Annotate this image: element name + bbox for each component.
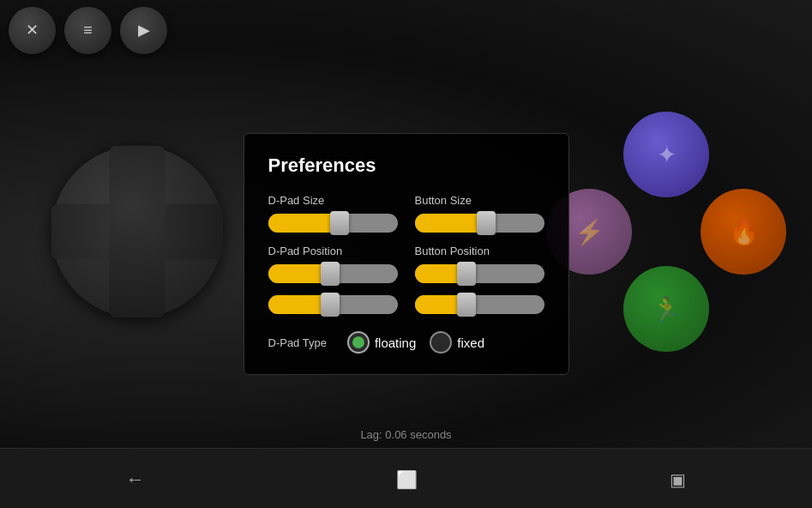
button-size-label: Button Size [415, 194, 544, 207]
radio-fixed-outer[interactable] [430, 331, 452, 354]
button-pos-x-slider[interactable] [415, 264, 544, 283]
radio-floating-outer[interactable] [347, 331, 370, 354]
radio-floating[interactable]: floating [347, 331, 416, 354]
btn-pos-y-slider-container [415, 295, 544, 314]
dpad-size-label: D-Pad Size [268, 194, 398, 207]
back-icon: ← [126, 469, 145, 490]
dpad-type-label: D-Pad Type [268, 336, 327, 349]
prefs-grid: D-Pad Size Button Size [268, 194, 544, 326]
dpad-size-slider[interactable] [268, 214, 398, 233]
button-size-slider-container [415, 214, 544, 233]
bottom-nav-bar: ← ⬜ ▣ [0, 448, 812, 508]
radio-fixed-inner [435, 336, 447, 348]
button-size-slider[interactable] [415, 214, 544, 233]
recent-icon: ▣ [670, 470, 686, 489]
btn-pos-x-slider-container [415, 264, 544, 283]
dpad-size-section: D-Pad Size [268, 194, 398, 245]
btn-pos-x-thumb[interactable] [457, 262, 476, 286]
dpad-position-label: D-Pad Position [268, 245, 398, 257]
dpad-size-slider-container [268, 214, 398, 233]
nav-recent-button[interactable]: ▣ [644, 458, 712, 499]
button-pos-y-slider[interactable] [415, 295, 544, 314]
button-position-section: Button Position [415, 245, 544, 326]
dpad-pos-y-slider[interactable] [268, 295, 398, 314]
dpad-pos-x-slider[interactable] [268, 264, 398, 283]
dpad-type-row: D-Pad Type floating fixed [268, 331, 544, 354]
btn-pos-y-thumb[interactable] [457, 293, 476, 317]
lag-text: Lag: 0.06 seconds [360, 428, 451, 441]
dialog-title: Preferences [268, 154, 544, 177]
dpad-size-thumb[interactable] [330, 211, 349, 235]
nav-back-button[interactable]: ← [100, 458, 171, 499]
radio-floating-label: floating [375, 336, 416, 350]
dpad-pos-x-thumb[interactable] [321, 262, 340, 286]
button-size-section: Button Size [415, 194, 544, 245]
dpad-pos-y-thumb[interactable] [321, 293, 340, 317]
preferences-dialog: Preferences D-Pad Size Button Size [244, 133, 569, 375]
home-icon: ⬜ [396, 470, 418, 489]
dpad-pos-x-slider-container [268, 264, 398, 283]
dpad-position-section: D-Pad Position [268, 245, 398, 326]
button-position-label: Button Position [415, 245, 544, 257]
nav-home-button[interactable]: ⬜ [370, 458, 443, 499]
dpad-pos-y-slider-container [268, 295, 398, 314]
button-size-fill [415, 214, 486, 233]
radio-fixed-label: fixed [457, 336, 484, 350]
dpad-size-fill [268, 214, 340, 233]
radio-floating-inner [352, 336, 364, 348]
radio-fixed[interactable]: fixed [430, 331, 484, 354]
button-size-thumb[interactable] [477, 211, 496, 235]
